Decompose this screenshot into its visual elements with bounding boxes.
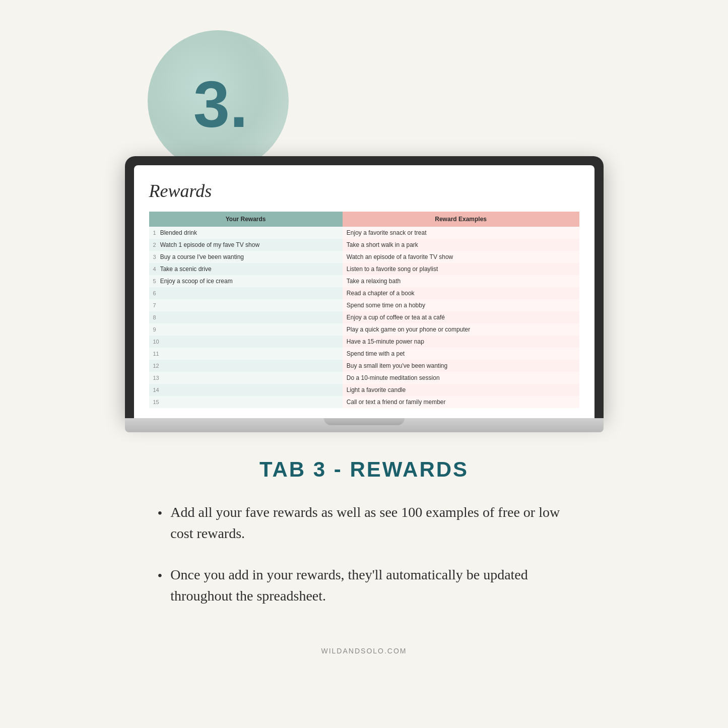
your-rewards-cell: 5Enjoy a scoop of ice cream [149, 275, 343, 287]
your-rewards-header: Your Rewards [149, 212, 343, 227]
bullet-item-2: • Once you add in your rewards, they'll … [158, 564, 571, 607]
footer-text: WILDANDSOLO.COM [321, 647, 407, 655]
your-rewards-cell: 11 [149, 348, 343, 360]
tab-title: TAB 3 - REWARDS [259, 457, 469, 482]
examples-cell: Enjoy a favorite snack or treat [343, 227, 579, 239]
examples-cell: Buy a small item you've been wanting [343, 360, 579, 372]
page-container: 3. Rewards Your Rewards Reward Examples [87, 30, 641, 655]
number-section: 3. [87, 30, 641, 171]
spreadsheet-title: Rewards [149, 180, 579, 202]
your-rewards-cell: 2Watch 1 episode of my fave TV show [149, 239, 343, 251]
examples-cell: Enjoy a cup of coffee or tea at a café [343, 311, 579, 323]
your-rewards-cell: 15 [149, 396, 343, 408]
examples-cell: Take a short walk in a park [343, 239, 579, 251]
your-rewards-cell: 10 [149, 336, 343, 348]
examples-cell: Take a relaxing bath [343, 275, 579, 287]
laptop-frame: Rewards Your Rewards Reward Examples 1Bl… [125, 156, 604, 418]
spreadsheet: Rewards Your Rewards Reward Examples 1Bl… [134, 165, 594, 418]
your-rewards-cell: 8 [149, 311, 343, 323]
laptop-notch [324, 418, 405, 425]
rewards-table: Your Rewards Reward Examples 1Blended dr… [149, 212, 579, 408]
bullet-text-1: Add all your fave rewards as well as see… [170, 502, 570, 544]
step-number: 3. [193, 72, 248, 137]
bullet-dot-1: • [158, 503, 163, 524]
examples-cell: Call or text a friend or family member [343, 396, 579, 408]
examples-cell: Listen to a favorite song or playlist [343, 263, 579, 275]
laptop-screen: Rewards Your Rewards Reward Examples 1Bl… [134, 165, 594, 418]
bullet-dot-2: • [158, 565, 163, 586]
reward-examples-header: Reward Examples [343, 212, 579, 227]
examples-cell: Spend time with a pet [343, 348, 579, 360]
bullet-item-1: • Add all your fave rewards as well as s… [158, 502, 571, 544]
your-rewards-cell: 13 [149, 372, 343, 384]
examples-cell: Read a chapter of a book [343, 287, 579, 299]
your-rewards-cell: 12 [149, 360, 343, 372]
laptop-base [125, 418, 604, 432]
examples-cell: Light a favorite candle [343, 384, 579, 396]
your-rewards-cell: 4Take a scenic drive [149, 263, 343, 275]
examples-cell: Play a quick game on your phone or compu… [343, 323, 579, 336]
examples-cell: Do a 10-minute meditation session [343, 372, 579, 384]
circle-decoration: 3. [148, 30, 289, 171]
examples-cell: Have a 15-minute power nap [343, 336, 579, 348]
your-rewards-cell: 7 [149, 299, 343, 311]
your-rewards-cell: 9 [149, 323, 343, 336]
bullet-section: • Add all your fave rewards as well as s… [138, 502, 591, 627]
your-rewards-cell: 6 [149, 287, 343, 299]
your-rewards-cell: 14 [149, 384, 343, 396]
bullet-text-2: Once you add in your rewards, they'll au… [170, 564, 570, 607]
your-rewards-cell: 1Blended drink [149, 227, 343, 239]
laptop-mockup: Rewards Your Rewards Reward Examples 1Bl… [125, 156, 604, 432]
examples-cell: Spend some time on a hobby [343, 299, 579, 311]
footer: WILDANDSOLO.COM [321, 647, 407, 655]
examples-cell: Watch an episode of a favorite TV show [343, 251, 579, 263]
your-rewards-cell: 3Buy a course I've been wanting [149, 251, 343, 263]
